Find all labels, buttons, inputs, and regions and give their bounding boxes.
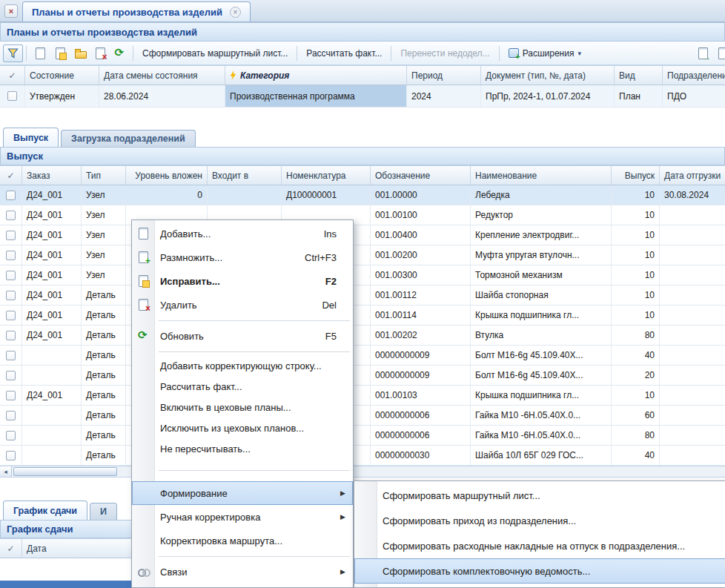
select-all-header[interactable]: ✓ (0, 166, 22, 185)
column-header[interactable]: Уровень вложен (126, 166, 208, 185)
column-header[interactable]: Выпуск (612, 166, 660, 185)
tab-close-icon[interactable]: × (230, 7, 241, 18)
tab-department-load[interactable]: Загрузка подразделений (61, 130, 196, 147)
row-checkbox[interactable] (6, 271, 16, 280)
refresh-button[interactable] (110, 44, 130, 62)
row-checkbox[interactable] (6, 391, 16, 400)
tab-second[interactable]: И (90, 503, 117, 520)
page-edit-icon (137, 275, 149, 287)
table-row[interactable]: Д24_001Узел001.00400Крепление электродви… (0, 225, 725, 245)
column-header[interactable]: Дата отгрузки (660, 166, 725, 185)
tab-schedule[interactable]: График сдачи (3, 501, 87, 520)
table-row[interactable]: Деталь00000000006Гайка М10 -6Н.05.40Х.0.… (0, 406, 725, 426)
select-all-header[interactable]: ✓ (0, 66, 25, 85)
cell: 28.06.2024 (99, 85, 225, 107)
column-header[interactable]: Номенклатура (282, 166, 371, 185)
table-row[interactable]: Деталь00000000030Шайба 10Л 65Г 029 ГОС..… (0, 446, 725, 466)
menu-item-duplicate[interactable]: Размножить...Ctrl+F3 (132, 245, 353, 269)
cell (22, 446, 82, 465)
table-row[interactable]: Д24_001Узел001.00300Тормозной механизм10 (0, 265, 725, 285)
row-checkbox[interactable] (6, 311, 16, 320)
cell: Деталь (82, 285, 126, 305)
column-header[interactable]: Дата смены состояния (99, 66, 225, 85)
cell (22, 406, 82, 425)
row-checkbox[interactable] (6, 211, 16, 220)
output-panel-header-label: Выпуск (7, 151, 43, 162)
table-row[interactable]: Д24_001Деталь001.00114Крышка подшипника … (0, 305, 725, 326)
column-header[interactable]: Вид (615, 66, 663, 85)
menu-item-formation[interactable]: Формирование▶ (132, 481, 353, 505)
row-checkbox[interactable] (6, 251, 16, 260)
column-header[interactable]: Тип (82, 166, 126, 185)
column-header[interactable]: Документ (тип, №, дата) (481, 66, 615, 85)
row-checkbox[interactable] (6, 411, 16, 420)
row-checkbox[interactable] (6, 231, 16, 240)
open-button[interactable] (70, 44, 90, 62)
column-header[interactable]: Наименование (471, 166, 612, 185)
table-row[interactable]: Деталь00000000006Гайка М10 -6Н.05.40Х.0.… (0, 426, 725, 446)
column-header[interactable]: Обозначение (371, 166, 471, 185)
row-checkbox[interactable] (6, 331, 16, 340)
horizontal-scrollbar[interactable] (0, 466, 725, 478)
menu-item-route-list[interactable]: Сформировать маршрутный лист... (354, 483, 725, 508)
row-checkbox[interactable] (6, 351, 16, 360)
column-header[interactable]: Входит в (208, 166, 282, 185)
menu-item-calc-fact[interactable]: Рассчитать факт... (132, 376, 353, 397)
scroll-left-button[interactable] (0, 466, 12, 477)
select-all-header[interactable]: ✓ (0, 539, 22, 558)
menu-item-manual-correction[interactable]: Ручная корректировка▶ (132, 505, 353, 529)
extensions-icon (509, 48, 519, 58)
column-header[interactable]: Заказ (22, 166, 82, 185)
import-button[interactable] (712, 44, 725, 62)
menu-item-add[interactable]: Добавить...Ins (132, 222, 353, 245)
export-button[interactable] (692, 44, 712, 62)
table-row[interactable]: Д24_001Узел001.00200Муфта упругая втулоч… (0, 245, 725, 265)
column-header[interactable]: Состояние (25, 66, 99, 85)
table-row[interactable]: Деталь00000000009Болт М16-6g 45.109.40Х.… (0, 346, 725, 366)
table-row[interactable]: Д24_001Деталь001.00202Втулка80 (0, 326, 725, 346)
menu-item-label: Сформировать маршрутный лист... (377, 490, 725, 501)
menu-item-refresh[interactable]: ОбновитьF5 (132, 324, 353, 348)
scrollbar-thumb[interactable] (13, 467, 117, 476)
extensions-button[interactable]: Расширения ▾ (503, 44, 587, 62)
row-checkbox[interactable] (7, 91, 17, 101)
delete-button[interactable] (90, 44, 110, 62)
filter-button[interactable] (3, 44, 23, 62)
route-list-button[interactable]: Сформировать маршрутный лист... (136, 44, 294, 62)
table-row[interactable]: Деталь00000000009Болт М16-6g 45.109.40Х.… (0, 366, 725, 386)
menu-item-outgoing-invoices[interactable]: Сформировать расходные накладные на отпу… (354, 533, 725, 558)
row-checkbox[interactable] (6, 451, 16, 460)
cell: Деталь (82, 346, 126, 365)
menu-item-add-correcting-row[interactable]: Добавить корректирующую строку... (132, 355, 353, 376)
column-header-label: ✓ (7, 171, 14, 181)
edit-button[interactable] (50, 44, 70, 62)
menu-item-route-correction[interactable]: Корректировка маршрута... (132, 529, 353, 552)
column-header[interactable]: Подразделение (663, 66, 725, 85)
row-checkbox[interactable] (6, 371, 16, 380)
calc-fact-button[interactable]: Рассчитать факт... (300, 44, 388, 62)
table-row[interactable]: Д24_001Узел0Д100000001001.00000Лебедка10… (0, 185, 725, 205)
cell: Гайка М10 -6Н.05.40Х.0... (471, 406, 612, 425)
add-button[interactable] (30, 44, 50, 62)
close-tab-button[interactable]: × (4, 4, 18, 18)
menu-item-links[interactable]: Связи▶ (132, 560, 353, 584)
menu-item-incoming-from-department[interactable]: Сформировать приход из подразделения... (354, 508, 725, 533)
document-tab[interactable]: Планы и отчеты производства изделий × (22, 1, 251, 22)
tab-output[interactable]: Выпуск (3, 128, 59, 147)
table-row[interactable]: Д24_001Деталь001.00103Крышка подшипника … (0, 386, 725, 406)
menu-item-kit-list[interactable]: Сформировать комплектовочную ведомость..… (354, 558, 725, 584)
cell (208, 185, 282, 205)
menu-item-edit[interactable]: Исправить...F2 (132, 269, 353, 293)
row-checkbox[interactable] (6, 291, 16, 300)
row-checkbox[interactable] (6, 191, 16, 200)
column-header[interactable]: Период (407, 66, 481, 85)
table-row[interactable]: Д24_001Деталь001.00112Шайба стопорная10 (0, 285, 725, 305)
column-header[interactable]: Категория (225, 66, 407, 85)
menu-item-delete[interactable]: УдалитьDel (132, 293, 353, 317)
menu-item-exclude-shop-plans[interactable]: Исключить из цеховых планов... (132, 417, 353, 438)
table-row[interactable]: Д24_001Узел001.00100Редуктор10 (0, 205, 725, 225)
menu-item-no-recalc[interactable]: Не пересчитывать... (132, 438, 353, 459)
table-row[interactable]: Утвержден28.06.2024Производственная прог… (0, 85, 725, 108)
menu-item-include-shop-plans[interactable]: Включить в цеховые планы... (132, 397, 353, 417)
row-checkbox[interactable] (6, 431, 16, 440)
